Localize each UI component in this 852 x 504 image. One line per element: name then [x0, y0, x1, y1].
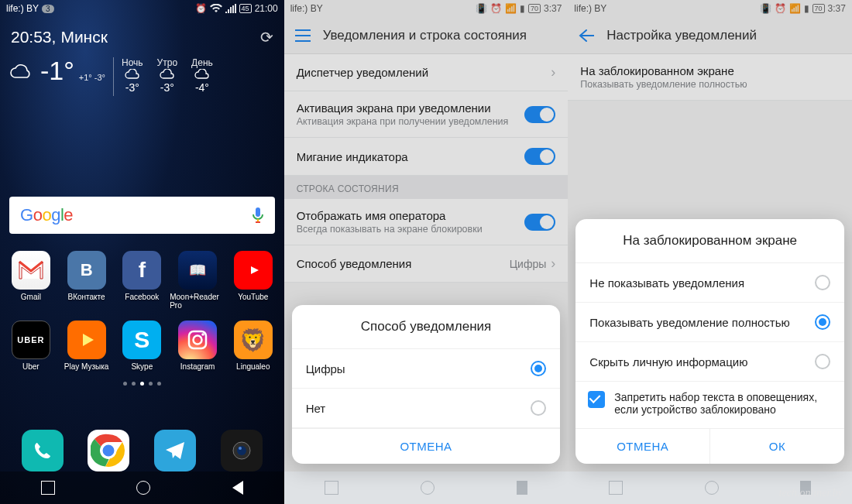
signal-icon	[225, 4, 236, 13]
svg-point-2	[194, 336, 202, 345]
dock-telegram[interactable]	[154, 430, 196, 471]
checkbox-row[interactable]: Запретить набор текста в оповещениях, ес…	[575, 382, 844, 428]
clock-row: 20:53, Минск ⟳	[0, 17, 284, 53]
radio-icon	[815, 354, 830, 369]
dialog-title: На заблокированном экране	[575, 219, 844, 263]
svg-rect-0	[256, 207, 260, 217]
nav-bar	[0, 471, 284, 504]
dialog-cancel[interactable]: ОТМЕНА	[575, 429, 709, 464]
radio-icon	[815, 275, 830, 290]
app-vk[interactable]: BВКонтакте	[59, 251, 115, 310]
option-dont-show[interactable]: Не показывать уведомления	[575, 263, 844, 303]
carrier-badge: 3	[42, 5, 54, 13]
option-none[interactable]: Нет	[292, 389, 561, 428]
dock	[0, 430, 284, 471]
weather-temp: -1°	[40, 57, 74, 84]
dialog-notification-method: Способ уведомления Цифры Нет ОТМЕНА	[292, 305, 561, 464]
dialog-title: Способ уведомления	[292, 305, 561, 349]
refresh-icon[interactable]: ⟳	[260, 28, 273, 46]
app-facebook[interactable]: fFacebook	[114, 251, 170, 310]
settings-screen-lockscreen: life:) BY 📳 ⏰ 📶 ▮ 70 3:37 Настройка увед…	[568, 0, 852, 504]
checkbox-icon	[588, 391, 605, 408]
settings-screen-notifications: life:) BY 📳 ⏰ 📶 ▮ 70 3:37 Уведомления и …	[284, 0, 569, 504]
app-uber[interactable]: UBERUber	[3, 321, 59, 371]
dock-camera[interactable]	[221, 430, 263, 471]
weather-icon	[8, 63, 34, 81]
dock-phone[interactable]	[22, 430, 64, 471]
carrier-label: life:) BY	[6, 3, 39, 14]
app-instagram[interactable]: Instagram	[170, 321, 225, 371]
weather-range: +1° -3°	[79, 73, 105, 82]
nav-recent[interactable]	[325, 481, 338, 495]
app-grid: Gmail BВКонтакте fFacebook 📖Moon+Reader …	[3, 251, 281, 371]
option-numbers[interactable]: Цифры	[292, 349, 561, 389]
battery-pct: 45	[239, 4, 252, 13]
nav-bar	[284, 471, 569, 504]
nav-home[interactable]	[421, 481, 435, 495]
app-play-music[interactable]: Play Музыка	[59, 321, 115, 371]
nav-recent[interactable]	[41, 481, 55, 495]
nav-back[interactable]	[232, 481, 243, 495]
nav-bar	[568, 471, 852, 504]
app-youtube[interactable]: YouTube	[225, 251, 281, 310]
nav-home[interactable]	[136, 481, 150, 495]
option-show-full[interactable]: Показывать уведомление полностью	[575, 303, 844, 342]
nav-recent[interactable]	[609, 481, 623, 495]
app-skype[interactable]: SSkype	[114, 321, 170, 371]
svg-point-9	[239, 447, 242, 450]
dialog-ok[interactable]: ОК	[709, 429, 844, 464]
alarm-icon: ⏰	[195, 3, 207, 14]
app-moon-reader[interactable]: 📖Moon+Reader Pro	[170, 251, 225, 310]
clock-city: Минск	[60, 28, 108, 46]
option-hide-private[interactable]: Скрыть личную информацию	[575, 342, 844, 382]
dialog-cancel[interactable]: ОТМЕНА	[292, 429, 561, 464]
clock-time: 20:53,	[11, 28, 56, 46]
forecast: Ночь-3° Утро-3° День-4°	[122, 57, 213, 94]
svg-point-8	[237, 446, 246, 455]
google-search-bar[interactable]: Google	[9, 197, 275, 234]
status-time: 21:00	[255, 3, 278, 14]
radio-icon	[531, 361, 546, 376]
google-logo: Google	[20, 205, 73, 225]
radio-icon	[815, 314, 830, 330]
nav-back[interactable]	[517, 481, 527, 495]
wifi-icon	[210, 4, 222, 13]
dock-chrome[interactable]	[88, 430, 129, 471]
app-gmail[interactable]: Gmail	[3, 251, 59, 310]
voice-search-icon[interactable]	[252, 207, 264, 224]
svg-point-3	[201, 333, 204, 336]
home-screen: life:) BY 3 ⏰ 45 21:00 20:53, Минск ⟳ -1…	[0, 0, 284, 504]
app-lingualeo[interactable]: 🦁Lingualeo	[225, 321, 281, 371]
nav-back[interactable]	[800, 481, 811, 495]
nav-home[interactable]	[705, 481, 719, 495]
dialog-lockscreen: На заблокированном экране Не показывать …	[575, 219, 844, 464]
radio-icon	[531, 400, 546, 416]
weather-widget[interactable]: -1° +1° -3° Ночь-3° Утро-3° День-4°	[0, 53, 284, 104]
page-indicator	[0, 382, 284, 386]
status-bar: life:) BY 3 ⏰ 45 21:00	[0, 0, 284, 17]
